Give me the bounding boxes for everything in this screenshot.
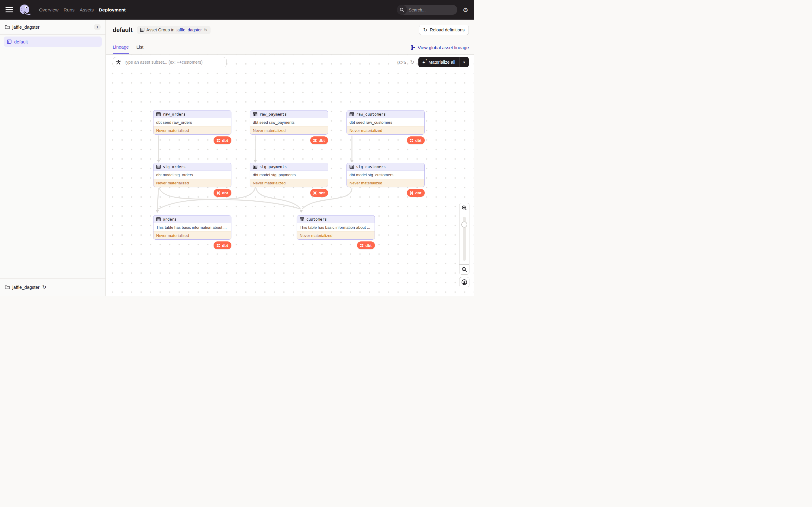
asset-description: dbt model stg_customers (347, 171, 424, 179)
asset-description: dbt model stg_payments (250, 171, 328, 179)
search-input[interactable] (407, 7, 457, 12)
nav-item-runs[interactable]: Runs (64, 7, 74, 13)
global-search[interactable]: / (397, 5, 457, 15)
asset-node-header: stg_customers (347, 163, 424, 171)
zoom-slider-knob[interactable] (461, 222, 467, 228)
asset-node-orders[interactable]: ordersThis table has basic information a… (153, 215, 232, 240)
asset-node-header: customers (297, 216, 374, 223)
dbt-logo-icon (313, 191, 317, 195)
materialize-all-button[interactable]: ✦✦ Materialize all (418, 57, 459, 67)
asset-description: dbt seed raw_customers (347, 118, 424, 126)
asset-node-header: stg_orders (153, 163, 231, 171)
breadcrumb-prefix: Asset Group in (147, 27, 174, 32)
asset-node-stg_customers[interactable]: stg_customersdbt model stg_customersNeve… (347, 163, 425, 187)
asset-node-raw_payments[interactable]: raw_paymentsdbt seed raw_paymentsNever m… (250, 110, 328, 134)
nav-item-assets[interactable]: Assets (80, 7, 94, 13)
refresh-graph-icon[interactable]: ↻ (410, 60, 414, 65)
dbt-logo-icon (216, 138, 220, 143)
search-icon (397, 5, 407, 15)
dbt-compute-badge: dbt (214, 189, 232, 197)
asset-node-raw_orders[interactable]: raw_ordersdbt seed raw_ordersNever mater… (153, 110, 232, 134)
lineage-graph-canvas[interactable]: 0:25 ↻ ✦✦ Materialize all ▼ raw_ordersdb… (106, 55, 474, 296)
dbt-compute-badge: dbt (214, 136, 232, 144)
reload-location-icon[interactable]: ↻ (42, 284, 46, 290)
materialize-dropdown-caret[interactable]: ▼ (459, 57, 469, 67)
folder-icon (5, 25, 10, 29)
dbt-logo-icon (359, 243, 364, 248)
dbt-logo-icon (409, 138, 414, 143)
asset-name: stg_payments (259, 164, 287, 169)
zoom-slider[interactable] (459, 213, 469, 265)
dagster-logo-icon[interactable] (18, 4, 31, 16)
asset-description: This table has basic information about .… (297, 223, 374, 231)
refresh-timer: 0:25 (397, 60, 406, 65)
code-location-name: jaffle_dagster (12, 285, 40, 290)
dbt-compute-badge: dbt (407, 189, 425, 197)
asset-name: stg_customers (356, 164, 386, 169)
nav-items: Overview Runs Assets Deployment (39, 7, 126, 13)
asset-status: Never materialized (347, 126, 424, 134)
nav-item-deployment[interactable]: Deployment (99, 7, 126, 13)
table-icon (156, 165, 161, 169)
asset-node-header: orders (153, 216, 231, 223)
reload-icon: ↻ (423, 27, 427, 33)
asset-name: stg_orders (163, 164, 186, 169)
top-nav: Overview Runs Assets Deployment / ⚙ (0, 0, 474, 19)
asset-node-header: raw_payments (250, 110, 328, 118)
table-icon (300, 217, 304, 221)
asset-group-icon (7, 40, 11, 44)
download-image-button[interactable] (459, 277, 469, 287)
dbt-logo-icon (216, 243, 220, 248)
dbt-compute-badge: dbt (407, 136, 425, 144)
table-icon (253, 165, 257, 169)
asset-node-header: raw_orders (153, 110, 231, 118)
asset-description: dbt seed raw_orders (153, 118, 231, 126)
sidebar-item-jaffle-dagster[interactable]: jaffle_dagster 1 (0, 19, 105, 35)
table-icon (156, 217, 161, 221)
project-name: jaffle_dagster (12, 24, 40, 30)
asset-status: Never materialized (250, 179, 328, 187)
asset-status: Never materialized (347, 179, 424, 187)
asset-node-header: stg_payments (250, 163, 328, 171)
table-icon (350, 165, 354, 169)
sparkle-icon: ✦✦ (422, 60, 426, 65)
asset-description: This table has basic information about .… (153, 223, 231, 231)
asset-name: customers (306, 217, 327, 222)
asset-status: Never materialized (250, 126, 328, 134)
dbt-compute-badge: dbt (357, 241, 375, 249)
sidebar-item-default-group[interactable]: default (4, 37, 102, 47)
asset-description: dbt model stg_orders (153, 171, 231, 179)
asset-name: raw_payments (259, 112, 287, 116)
asset-group-breadcrumb: Asset Group in jaffle_dagster ↻ (137, 26, 211, 34)
sidebar: jaffle_dagster 1 default jaffle_dagster … (0, 19, 106, 296)
asset-name: raw_customers (356, 112, 386, 116)
asset-subset-icon (116, 59, 121, 65)
breadcrumb-project-link[interactable]: jaffle_dagster (176, 27, 202, 32)
zoom-in-button[interactable] (459, 203, 469, 213)
tab-list[interactable]: List (136, 44, 143, 54)
asset-status: Never materialized (153, 126, 231, 134)
zoom-out-button[interactable] (459, 264, 469, 275)
asset-status: Never materialized (297, 231, 374, 239)
asset-node-stg_payments[interactable]: stg_paymentsdbt model stg_paymentsNever … (250, 163, 328, 187)
gear-icon[interactable]: ⚙ (463, 7, 468, 13)
dbt-compute-badge: dbt (214, 241, 232, 249)
asset-node-customers[interactable]: customersThis table has basic informatio… (297, 215, 375, 240)
folder-icon (5, 285, 10, 289)
asset-description: dbt seed raw_payments (250, 118, 328, 126)
asset-node-stg_orders[interactable]: stg_ordersdbt model stg_ordersNever mate… (153, 163, 232, 187)
nav-item-overview[interactable]: Overview (39, 7, 59, 13)
view-global-asset-lineage-link[interactable]: View global asset lineage (411, 45, 469, 54)
reload-definitions-button[interactable]: ↻ Reload definitions (419, 25, 469, 35)
refresh-icon[interactable]: ↻ (204, 27, 208, 32)
dbt-compute-badge: dbt (310, 189, 328, 197)
asset-status: Never materialized (153, 231, 231, 239)
table-icon (350, 112, 354, 116)
asset-node-raw_customers[interactable]: raw_customersdbt seed raw_customersNever… (347, 110, 425, 134)
asset-subset-input[interactable] (113, 57, 226, 67)
hamburger-menu-icon[interactable] (5, 7, 13, 12)
table-icon (156, 112, 161, 116)
group-count-badge: 1 (94, 24, 101, 30)
tab-lineage[interactable]: Lineage (113, 44, 129, 54)
asset-node-header: raw_customers (347, 110, 424, 118)
